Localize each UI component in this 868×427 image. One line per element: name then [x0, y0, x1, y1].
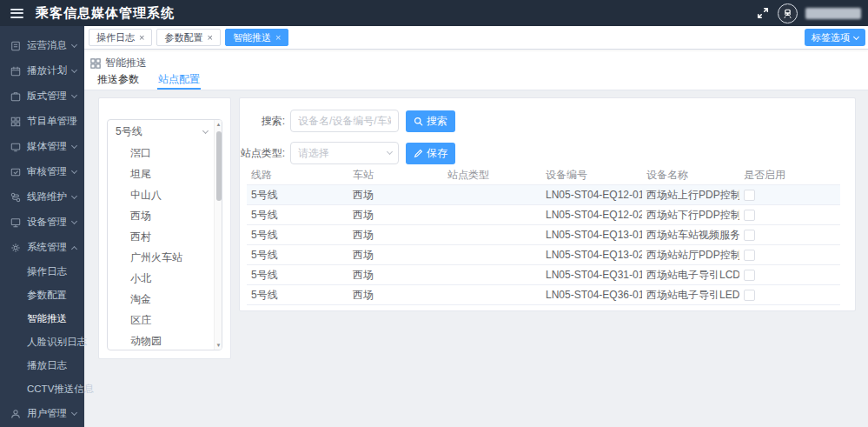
tag-tab-label: 操作日志 [96, 31, 135, 44]
tree-root-line[interactable]: 5号线 [108, 120, 214, 143]
table-cell: 5号线 [247, 208, 348, 223]
enable-checkbox[interactable] [744, 250, 755, 261]
sidebar-item[interactable]: 播放计划 [0, 58, 84, 83]
chevron-down-icon [71, 42, 77, 48]
table-header-cell: 车站 [348, 168, 443, 183]
table-row: 5号线西场LN05-ST04-EQ12-01西场站上行PDP控制器 [247, 185, 840, 205]
enable-checkbox[interactable] [744, 290, 755, 301]
tag-tab[interactable]: 参数配置× [156, 29, 220, 46]
tag-tab[interactable]: 智能推送× [225, 29, 288, 46]
station-config-card: 搜索: 搜索 站点类型: 请选择 保存 线路车站站点 [239, 97, 856, 311]
tree-station-item[interactable]: 淘金 [108, 289, 214, 310]
gear-icon [10, 242, 22, 253]
sidebar-submenu-item[interactable]: 智能推送 [0, 307, 84, 330]
hamburger-menu-icon[interactable] [10, 9, 23, 18]
tree-station-item[interactable]: 西场 [108, 205, 214, 226]
table-header-cell: 设备名称 [642, 168, 739, 183]
tree-station-item[interactable]: 中山八 [108, 184, 214, 205]
save-button[interactable]: 保存 [406, 143, 455, 164]
table-cell: LN05-ST04-EQ13-02 [541, 249, 642, 261]
table-cell: 西场 [348, 228, 443, 243]
tag-tab-label: 参数配置 [164, 31, 202, 44]
tree-scrollbar[interactable]: ▲ ▼ [214, 120, 222, 350]
main-content: 智能推送 推送参数站点配置 5号线滘口坦尾中山八西场西村广州火车站小北淘金区庄动… [84, 50, 868, 427]
table-cell [739, 250, 840, 261]
sidebar-submenu-item[interactable]: CCTV推送信息 [0, 377, 84, 401]
sidebar-item[interactable]: 系统管理 [0, 235, 84, 260]
sidebar-submenu-item[interactable]: 人脸识别日志 [0, 330, 84, 354]
panel-tab[interactable]: 站点配置 [149, 70, 209, 90]
enable-checkbox[interactable] [744, 230, 755, 241]
playlist-icon [10, 116, 22, 127]
table-cell: 西场 [348, 188, 443, 203]
sidebar-item[interactable]: 审核管理 [0, 159, 84, 184]
sidebar-item[interactable]: 节目单管理 [0, 109, 84, 134]
table-cell: 西场站上行PDP控制器 [642, 188, 739, 203]
search-input[interactable] [290, 110, 399, 132]
sidebar-item[interactable]: 设备管理 [0, 210, 84, 235]
tag-tab[interactable]: 操作日志× [89, 29, 152, 46]
scroll-down-icon[interactable]: ▼ [215, 343, 222, 348]
device-icon [10, 217, 22, 228]
close-icon[interactable]: × [139, 33, 144, 43]
close-icon[interactable]: × [207, 33, 212, 43]
table-body: 5号线西场LN05-ST04-EQ12-01西场站上行PDP控制器5号线西场LN… [247, 185, 840, 305]
sidebar-item[interactable]: 用户管理 [0, 401, 84, 426]
fullscreen-icon[interactable] [756, 6, 770, 20]
table-cell: LN05-ST04-EQ36-01 [541, 289, 642, 301]
chevron-down-icon [71, 218, 77, 224]
table-cell: 西场站站厅PDP控制器 [642, 248, 739, 263]
sidebar-item-label: 版式管理 [27, 90, 67, 103]
close-icon[interactable]: × [275, 33, 281, 43]
tree-station-item[interactable]: 西村 [108, 226, 214, 247]
tag-options-button[interactable]: 标签选项 [805, 29, 865, 46]
station-tree: 5号线滘口坦尾中山八西场西村广州火车站小北淘金区庄动物园 [108, 120, 214, 350]
sidebar-item-label: 运营消息 [27, 39, 67, 52]
table-header-cell: 站点类型 [443, 168, 541, 183]
sidebar-submenu-item[interactable]: 参数配置 [0, 284, 84, 307]
enable-checkbox[interactable] [744, 210, 755, 221]
tree-root-label: 5号线 [116, 124, 142, 139]
chevron-down-icon [853, 33, 859, 39]
tag-tab-label: 智能推送 [233, 31, 271, 44]
search-icon [414, 117, 423, 126]
table-cell [739, 210, 840, 221]
table-row: 5号线西场LN05-ST04-EQ12-02西场站下行PDP控制器 [247, 205, 840, 225]
tree-station-item[interactable]: 动物园 [108, 330, 214, 350]
sidebar-item-label: 线路维护 [27, 190, 67, 203]
sidebar-submenu: 操作日志参数配置智能推送人脸识别日志播放日志CCTV推送信息 [0, 260, 84, 401]
chevron-down-icon [71, 143, 77, 149]
table-row: 5号线西场LN05-ST04-EQ36-01西场站电子导引LED门楣 [247, 285, 840, 305]
chevron-down-icon [71, 92, 77, 98]
user-name[interactable] [805, 8, 861, 19]
tree-station-item[interactable]: 滘口 [108, 143, 214, 163]
sidebar-submenu-item[interactable]: 操作日志 [0, 260, 84, 284]
panel-tab[interactable]: 推送参数 [88, 70, 149, 90]
sidebar-menu: 运营消息播放计划版式管理节目单管理媒体管理审核管理线路维护设备管理系统管理操作日… [0, 26, 84, 427]
tree-station-item[interactable]: 广州火车站 [108, 247, 214, 268]
tree-station-item[interactable]: 坦尾 [108, 163, 214, 184]
panel-header: 智能推送 推送参数站点配置 [84, 50, 868, 90]
user-avatar-train-icon[interactable] [778, 3, 798, 23]
scrollbar-thumb[interactable] [216, 131, 222, 201]
table-cell: 5号线 [247, 188, 348, 203]
table-header-cell: 线路 [247, 168, 348, 183]
sidebar-item[interactable]: 版式管理 [0, 83, 84, 109]
tree-station-item[interactable]: 区庄 [108, 310, 214, 330]
table-cell: 西场 [348, 208, 443, 223]
scroll-up-icon[interactable]: ▲ [215, 122, 222, 127]
sidebar-submenu-item[interactable]: 播放日志 [0, 354, 84, 377]
sidebar-item[interactable]: 媒体管理 [0, 134, 84, 159]
panel-title: 智能推送 [105, 56, 147, 70]
enable-checkbox[interactable] [744, 270, 755, 281]
enable-checkbox[interactable] [744, 190, 755, 201]
table-cell: 西场站电子导引LCD屏 [642, 268, 739, 283]
sidebar-item[interactable]: 线路维护 [0, 184, 84, 210]
station-type-select[interactable]: 请选择 [290, 142, 399, 164]
search-button[interactable]: 搜索 [406, 110, 455, 132]
station-type-placeholder[interactable]: 请选择 [290, 142, 399, 164]
sidebar-item[interactable]: 运营消息 [0, 33, 84, 58]
chevron-down-icon [71, 193, 77, 199]
tree-station-item[interactable]: 小北 [108, 268, 214, 289]
sidebar-item-label: 播放计划 [27, 64, 67, 77]
